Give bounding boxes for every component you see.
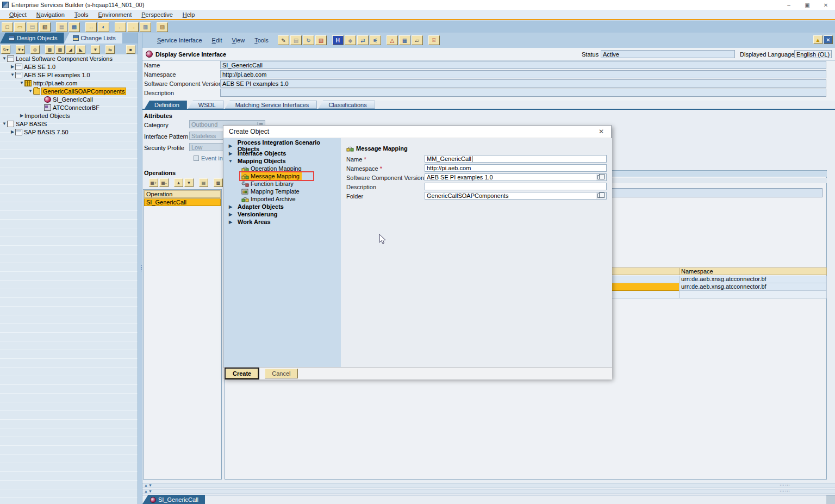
tree-item-namespace[interactable]: ▼ http://pi.aeb.com bbox=[0, 79, 138, 87]
back-icon[interactable]: ← bbox=[115, 22, 126, 32]
move-down-icon[interactable]: ▼ bbox=[184, 178, 194, 187]
table-view-icon[interactable]: ▦ bbox=[399, 35, 410, 45]
expand-arrow-icon[interactable]: ▼ bbox=[2, 121, 7, 126]
move-up-icon[interactable]: ▲ bbox=[174, 178, 183, 187]
vertical-splitter[interactable]: ⋮⋮ bbox=[138, 33, 142, 504]
minimize-button[interactable]: – bbox=[780, 0, 798, 10]
tab-classifications[interactable]: Classifications bbox=[318, 101, 375, 109]
displayed-language-select[interactable]: English (OL) ▥ bbox=[794, 50, 832, 58]
description-input[interactable] bbox=[425, 183, 607, 190]
stop-icon[interactable]: ■ bbox=[126, 45, 135, 54]
tree-item-genericcallsoapcomponents[interactable]: ▼ GenericCallSOAPComponents bbox=[0, 87, 138, 95]
refresh-icon[interactable]: ↻ bbox=[303, 35, 314, 45]
tree-item-message-mapping[interactable]: Message Mapping bbox=[223, 172, 341, 180]
diamond-icon[interactable]: ◆ bbox=[345, 35, 356, 45]
tree-item-operation-mapping[interactable]: Operation Mapping bbox=[223, 165, 341, 172]
collapsed-arrow-icon[interactable]: ▶ bbox=[10, 64, 15, 69]
collapsed-arrow-icon[interactable]: ▶ bbox=[228, 204, 233, 209]
restore-button[interactable]: ▣ bbox=[798, 0, 817, 10]
wsdl-scroll-icon[interactable]: ▱ bbox=[412, 35, 423, 45]
tree-item-versionierung[interactable]: ▶ Versionierung bbox=[223, 210, 341, 218]
tree-item-si-genericcall[interactable]: SI_GenericCall bbox=[0, 95, 138, 103]
name-field[interactable]: SI_GenericCall bbox=[220, 61, 826, 69]
namespace-field[interactable]: http://pi.aeb.com bbox=[220, 70, 826, 78]
delete-operation-icon[interactable]: ▦- bbox=[159, 178, 169, 187]
edit-pencil-icon[interactable]: ✎ bbox=[278, 35, 289, 45]
where-used-icon[interactable]: ↔ bbox=[85, 22, 97, 32]
operation-column-header[interactable]: Operation bbox=[144, 190, 221, 198]
dialog-close-icon[interactable]: ✕ bbox=[597, 128, 606, 135]
close-editor-icon[interactable]: ✕ bbox=[824, 35, 833, 44]
description-field[interactable] bbox=[220, 89, 826, 97]
copy-operation-icon[interactable]: ▤ bbox=[199, 178, 208, 187]
tree-item-imported-archive[interactable]: Imported Archive bbox=[223, 195, 341, 203]
filter-icon[interactable]: ▼▾ bbox=[16, 45, 25, 54]
operation-row-selected[interactable]: SI_GenericCall bbox=[144, 198, 221, 206]
expand-arrow-icon[interactable]: ▼ bbox=[2, 56, 7, 61]
event-checkbox[interactable] bbox=[194, 155, 199, 161]
collapsed-arrow-icon[interactable]: ▶ bbox=[228, 220, 233, 225]
workbench-icon[interactable]: ▨ bbox=[157, 22, 168, 32]
collapsed-arrow-icon[interactable]: ▶ bbox=[10, 129, 15, 134]
tree-item-atcconnectorbf[interactable]: ATCConnectorBF bbox=[0, 103, 138, 111]
tree-item-imported-objects[interactable]: ▶ Imported Objects bbox=[0, 111, 138, 120]
history-icon[interactable]: H bbox=[332, 35, 344, 45]
cancel-button[interactable]: Cancel bbox=[265, 369, 297, 378]
tab-matching-service-interfaces[interactable]: Matching Service Interfaces bbox=[225, 101, 317, 109]
tab-design-objects[interactable]: Design Objects bbox=[0, 33, 64, 43]
horizontal-splitter-1[interactable]: ▲▼⋯⋯ bbox=[142, 483, 835, 488]
menu-tools2[interactable]: Tools bbox=[250, 36, 273, 44]
scv-field[interactable]: AEB SE PI examples 1.0 bbox=[220, 79, 826, 88]
tab-change-lists[interactable]: Change Lists bbox=[64, 33, 122, 43]
menu-perspective[interactable]: Perspective bbox=[136, 11, 177, 18]
expand-arrow-icon[interactable]: ▼ bbox=[228, 159, 233, 164]
menu-edit[interactable]: Edit bbox=[207, 36, 227, 44]
sort-up-icon[interactable]: ◣ bbox=[76, 45, 85, 54]
collapsed-arrow-icon[interactable]: ▶ bbox=[228, 212, 233, 217]
name-input[interactable]: MM_GenericCall bbox=[425, 155, 607, 163]
tab-definition[interactable]: Definition bbox=[145, 101, 187, 109]
clock-icon[interactable]: ◐ bbox=[98, 22, 109, 32]
new-document-icon[interactable]: □ bbox=[2, 22, 13, 32]
tree-item-aeb-se-pi-examples[interactable]: ▼ AEB SE PI examples 1.0 bbox=[0, 71, 138, 79]
collapse-node-icon[interactable]: ▩ bbox=[55, 45, 65, 54]
menu-environment[interactable]: Environment bbox=[94, 11, 137, 18]
expand-arrow-icon[interactable]: ▼ bbox=[10, 72, 15, 77]
dialog-titlebar[interactable]: Create Object ✕ bbox=[223, 126, 611, 138]
sort-down-icon[interactable]: ◢ bbox=[66, 45, 75, 54]
hierarchy-icon[interactable]: ⍓ bbox=[428, 35, 440, 45]
tree-item-local-scv[interactable]: ▼ Local Software Component Versions bbox=[0, 54, 138, 63]
refresh-icon[interactable]: ↻▾ bbox=[1, 45, 10, 54]
tree-switch-icon[interactable]: ⚟ bbox=[370, 35, 381, 45]
tree-item-aeb-se[interactable]: ▶ AEB SE 1.0 bbox=[0, 63, 138, 71]
tree-item-work-areas[interactable]: ▶ Work Areas bbox=[223, 218, 341, 226]
copy-objects-icon[interactable]: ▦ bbox=[56, 22, 67, 32]
namespace-column-header[interactable]: Namespace bbox=[679, 267, 827, 275]
collapsed-arrow-icon[interactable]: ▶ bbox=[228, 144, 233, 148]
find-icon[interactable]: ◎ bbox=[30, 45, 40, 54]
horizontal-splitter-2[interactable]: ▲▼⋯⋯ bbox=[142, 489, 835, 494]
display-object-icon[interactable]: ▩ bbox=[68, 22, 80, 32]
menu-object[interactable]: Object bbox=[4, 11, 32, 18]
menu-service-interface[interactable]: Service Interface bbox=[152, 36, 207, 44]
display-filter-icon[interactable]: ▼ bbox=[91, 45, 100, 54]
tree-item-adapter-objects[interactable]: ▶ Adapter Objects bbox=[223, 203, 341, 210]
scv-browse-icon[interactable]: ▾ bbox=[596, 174, 606, 181]
release-icon[interactable]: ▩ bbox=[214, 178, 223, 187]
swap-icon[interactable]: ⇆ bbox=[105, 45, 115, 54]
folder-browse-icon[interactable]: ▾ bbox=[596, 192, 606, 199]
scv-input[interactable]: AEB SE PI examples 1.0 ▾ bbox=[425, 173, 607, 181]
tree-item-process-integration-scenario-objects[interactable]: ▶ Process Integration Scenario Objects bbox=[223, 142, 341, 150]
expand-node-icon[interactable]: ▩ bbox=[45, 45, 54, 54]
add-operation-icon[interactable]: ▦+ bbox=[149, 178, 158, 187]
detail-view-icon[interactable]: ▥ bbox=[140, 22, 151, 32]
open-folder-icon[interactable]: ▭ bbox=[14, 22, 26, 32]
where-used-icon[interactable]: ⇄ bbox=[357, 35, 369, 45]
copy-icon[interactable]: ▧ bbox=[315, 35, 327, 45]
tab-wsdl[interactable]: WSDL bbox=[188, 101, 224, 109]
tree-item-mapping-objects[interactable]: ▼ Mapping Objects bbox=[223, 157, 341, 165]
close-button[interactable]: ✕ bbox=[817, 0, 835, 10]
menu-help[interactable]: Help bbox=[178, 11, 200, 18]
fullscreen-icon[interactable]: ▲ bbox=[813, 35, 822, 44]
expand-arrow-icon[interactable]: ▼ bbox=[19, 80, 24, 85]
